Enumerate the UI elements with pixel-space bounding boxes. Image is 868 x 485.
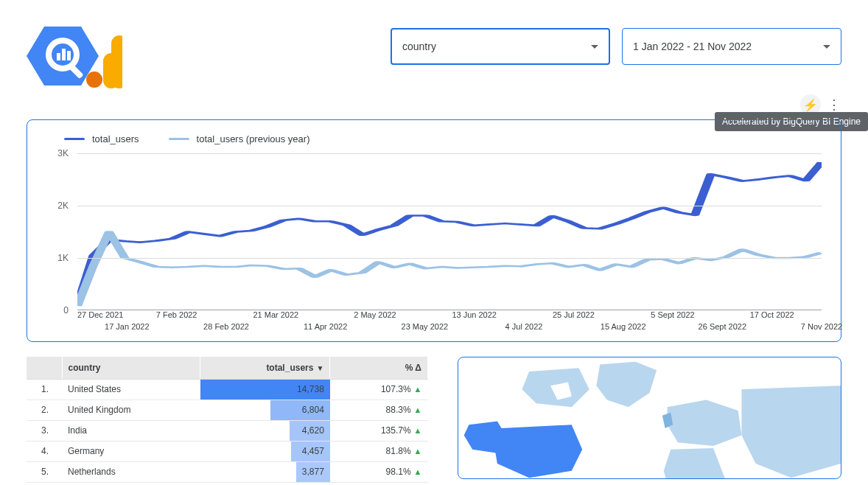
row-index: 1. <box>27 379 62 399</box>
legend-label: total_users (previous year) <box>197 133 310 144</box>
svg-rect-4 <box>62 49 66 60</box>
arrow-up-icon: ▲ <box>414 447 422 456</box>
date-range-label: 1 Jan 2022 - 21 Nov 2022 <box>633 41 752 52</box>
x-axis-tick: 13 Jun 2022 <box>452 310 497 319</box>
x-axis-tick: 7 Nov 2022 <box>801 322 842 331</box>
row-total-users: 6,804 <box>200 399 330 420</box>
x-axis-tick: 17 Oct 2022 <box>750 310 794 319</box>
x-axis-tick: 4 Jul 2022 <box>505 322 543 331</box>
country-table: country total_users▼ % Δ 1.United States… <box>27 357 428 483</box>
row-country: India <box>62 420 200 441</box>
x-axis-tick: 15 Aug 2022 <box>601 322 646 331</box>
row-index: 3. <box>27 420 62 441</box>
world-map-card[interactable] <box>458 357 841 479</box>
x-axis-tick: 28 Feb 2022 <box>203 322 249 331</box>
y-axis-tick: 0 <box>63 305 69 315</box>
row-delta: 88.3%▲ <box>330 399 428 420</box>
table-header-delta[interactable]: % Δ <box>330 357 428 379</box>
x-axis-tick: 23 May 2022 <box>402 322 449 331</box>
row-country: Netherlands <box>62 461 200 482</box>
row-country: United States <box>62 379 200 399</box>
y-axis-tick: 1K <box>57 253 69 263</box>
row-country: Germany <box>62 441 200 461</box>
row-delta: 98.1%▲ <box>330 461 428 482</box>
date-range-select[interactable]: 1 Jan 2022 - 21 Nov 2022 <box>622 28 841 65</box>
row-delta: 107.3%▲ <box>330 379 428 399</box>
x-axis-tick: 7 Feb 2022 <box>156 310 197 319</box>
bigquery-analytics-logo <box>27 18 122 91</box>
table-row[interactable]: 5.Netherlands3,87798.1%▲ <box>27 461 428 482</box>
x-axis-tick: 5 Sept 2022 <box>651 310 694 319</box>
row-index: 5. <box>27 461 62 482</box>
arrow-up-icon: ▲ <box>414 385 422 394</box>
row-delta: 135.7%▲ <box>330 420 428 441</box>
x-axis-tick: 2 May 2022 <box>354 310 396 319</box>
arrow-up-icon: ▲ <box>414 426 422 435</box>
x-axis-tick: 27 Dec 2021 <box>77 310 123 319</box>
row-delta: 81.8%▲ <box>330 441 428 461</box>
x-axis-tick: 17 Jan 2022 <box>105 322 150 331</box>
chart-area: 3K2K1K0 27 Dec 20217 Feb 202221 Mar 2022… <box>42 153 826 334</box>
table-row[interactable]: 1.United States14,738107.3%▲ <box>27 379 428 399</box>
legend-item-previous[interactable]: total_users (previous year) <box>169 133 310 144</box>
chevron-down-icon <box>591 45 598 49</box>
x-axis-tick: 25 Jul 2022 <box>553 310 595 319</box>
row-country: United Kingdom <box>62 399 200 420</box>
chart-legend: total_users total_users (previous year) <box>64 133 826 144</box>
legend-swatch <box>169 138 189 140</box>
table-row[interactable]: 4.Germany4,45781.8%▲ <box>27 441 428 461</box>
legend-swatch <box>64 138 85 140</box>
dimension-select[interactable]: country <box>391 28 610 65</box>
row-total-users: 4,457 <box>200 441 330 461</box>
dimension-select-label: country <box>402 41 436 52</box>
x-axis-tick: 26 Sept 2022 <box>699 322 746 331</box>
svg-rect-8 <box>111 35 122 88</box>
chevron-down-icon <box>823 45 830 49</box>
more-vert-icon: ⋮ <box>827 97 841 113</box>
arrow-up-icon: ▲ <box>414 405 422 414</box>
row-total-users: 3,877 <box>200 461 330 482</box>
arrow-up-icon: ▲ <box>414 467 422 476</box>
table-row[interactable]: 3.India4,620135.7%▲ <box>27 420 428 441</box>
table-header-total-users[interactable]: total_users▼ <box>200 357 330 379</box>
x-axis-tick: 21 Mar 2022 <box>253 310 298 319</box>
table-header-blank <box>27 357 62 379</box>
row-total-users: 4,620 <box>200 420 330 441</box>
y-axis-tick: 2K <box>57 200 69 211</box>
table-row[interactable]: 2.United Kingdom6,80488.3%▲ <box>27 399 428 420</box>
svg-rect-5 <box>67 51 71 60</box>
legend-label: total_users <box>92 133 139 144</box>
timeseries-chart-card: total_users total_users (previous year) … <box>27 119 841 342</box>
svg-rect-3 <box>57 53 60 60</box>
table-header-country[interactable]: country <box>62 357 200 379</box>
y-axis-tick: 3K <box>57 148 69 158</box>
legend-item-current[interactable]: total_users <box>64 133 139 144</box>
row-index: 4. <box>27 441 62 461</box>
row-total-users: 14,738 <box>200 379 330 399</box>
bolt-icon: ⚡ <box>803 98 818 112</box>
x-axis-tick: 11 Apr 2022 <box>304 322 347 331</box>
row-index: 2. <box>27 399 62 420</box>
sort-desc-icon: ▼ <box>316 364 323 372</box>
svg-point-6 <box>86 71 102 88</box>
